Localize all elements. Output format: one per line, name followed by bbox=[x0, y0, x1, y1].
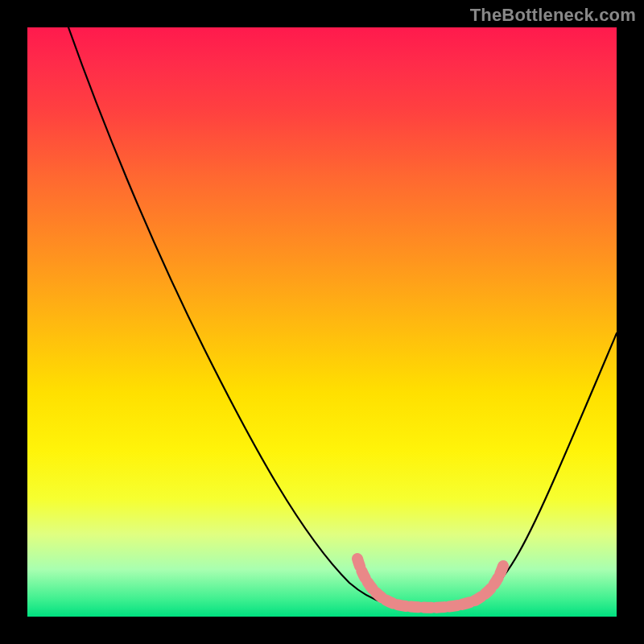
chart-frame: TheBottleneck.com bbox=[0, 0, 644, 644]
watermark-text: TheBottleneck.com bbox=[470, 5, 636, 26]
chart-plot-area bbox=[27, 27, 617, 617]
series-main-curve bbox=[68, 27, 617, 607]
series-highlight-band bbox=[357, 559, 504, 608]
chart-overlay bbox=[27, 27, 617, 617]
